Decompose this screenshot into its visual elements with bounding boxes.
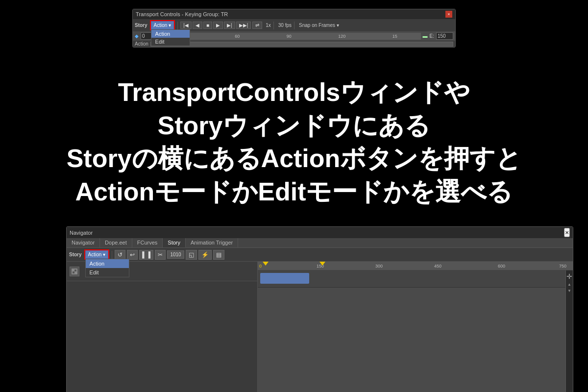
nav-action-label: Action [88,252,102,257]
nav-left-panel [67,262,258,392]
timeline-marker-start [263,262,269,266]
fast-forward-button[interactable]: ▶▶| [236,22,251,29]
transport-action-row-label: Action [135,41,148,47]
ruler-450: 450 [434,264,441,269]
transport-titlebar: Transport Controls - Keying Group: TR × [133,9,455,19]
separator3 [294,22,294,29]
timeline-marker-150 [319,262,325,266]
transport-action-dropdown-menu: Action Edit [151,29,190,46]
navigator-close-button[interactable]: × [564,228,570,237]
navigator-toolbar: Story Action ▾ Action Edit ↺ ↩ ▌▐ ✂ 1010… [67,248,573,262]
text-line4: ActionモードかEditモードかを選べる [0,175,588,209]
timeline-body-top [258,270,573,392]
nav-redo-btn[interactable]: ↩ [127,250,138,260]
nav-lightning-btn[interactable]: ⚡ [198,250,212,260]
timeline-ruler-top: 0 150 300 450 600 750 [258,262,573,270]
navigator-titlebar: Navigator × [67,227,573,238]
step-forward-button[interactable]: ▶| [224,22,235,29]
timeline-key-icon: ◆ [135,33,139,39]
ruler-300: 300 [375,264,383,269]
nav-action-dropdown-wrapper: Action ▾ Action Edit [84,249,110,260]
playback-controls: |◀ ◀ ■ ▶ ▶| ▶▶| [180,22,251,29]
track-grid-icon [72,269,77,274]
navigator-tabs: Navigator Dope.eet FCurves Story Animati… [67,238,573,248]
nav-cut-btn[interactable]: ✂ [155,250,166,260]
nav-scrollbar-v-top: ✛ ▲ ▼ [565,270,573,392]
ruler-mark-15: 15 [392,34,397,39]
end-frame-input[interactable] [436,32,453,40]
nav-dropdown-arrow-icon: ▾ [103,252,105,257]
transport-edit-option[interactable]: Edit [151,38,190,46]
crosshair-icon-top: ✛ [566,272,572,280]
separator [177,22,178,29]
text-line1: TransportControlsウィンドや [0,76,588,109]
action-block-top [260,273,309,284]
main-text-block: TransportControlsウィンドや Storyウィンドウにある Sto… [0,76,588,208]
transport-action-option[interactable]: Action [151,30,190,38]
tab-story[interactable]: Story [163,238,186,247]
ruler-start-marker: 0 [259,264,262,269]
nav-grid-btn[interactable]: 1010 [167,250,184,259]
scroll-up-icon[interactable]: ▲ [567,282,571,287]
text-line2: Storyウィンドウにある [0,109,588,143]
nav-action-dropdown-btn[interactable]: Action ▾ [85,250,109,259]
nav-action-option[interactable]: Action [86,259,129,268]
dropdown-arrow-icon: ▾ [169,23,171,28]
tab-fcurves[interactable]: FCurves [132,238,163,247]
nav-story-label: Story [69,252,82,257]
ruler-mark-120: 120 [338,34,345,39]
navigator-title: Navigator [70,230,93,236]
nav-edit-option[interactable]: Edit [86,268,129,277]
nav-sep1 [112,251,112,259]
playhead-icon: ▬ [423,33,428,39]
scroll-down-icon[interactable]: ▼ [567,289,571,293]
transport-action-dropdown-wrapper: Action ▾ Action Edit [150,20,175,30]
transport-close-button[interactable]: × [445,11,452,18]
transport-toolbar: Story Action ▾ Action Edit |◀ ◀ ■ ▶ ▶| ▶… [133,19,455,31]
nav-undo-btn[interactable]: ↺ [115,250,125,260]
nav-right-timeline: 0 150 300 450 600 750 ✛ ▲ ▼ [258,262,573,392]
navigator-window: Navigator × Navigator Dope.eet FCurves S… [66,226,573,392]
tab-navigator[interactable]: Navigator [67,238,100,247]
transport-controls-window: Transport Controls - Keying Group: TR × … [132,9,456,48]
ruler-mark-60: 60 [235,34,240,39]
snap-arrow-icon: ▾ [337,23,339,28]
nav-snap-btn[interactable]: ◱ [186,250,197,260]
nav-action-dropdown-menu: Action Edit [85,259,129,277]
fps-label: 30 fps [278,23,292,28]
timeline-track-row-top [258,270,573,288]
ruler-mark-90: 90 [287,34,292,39]
tab-dopesheet[interactable]: Dope.eet [100,238,132,247]
ruler-600: 600 [498,264,505,269]
separator2 [273,22,274,29]
play-button[interactable]: ▶ [213,22,223,29]
grid-cell4 [74,271,76,273]
track-icon [70,267,79,276]
ruler-750: 750 [559,264,566,269]
navigator-content: 0 150 300 450 600 750 ✛ ▲ ▼ [67,262,573,392]
tab-animation-trigger[interactable]: Animation Trigger [186,238,238,247]
snap-label: Snap on Frames [299,23,335,28]
multiplier-label: 1x [266,23,271,28]
nav-keyframe-btn[interactable]: ▌▐ [139,250,153,260]
nav-menu-btn[interactable]: ▤ [213,250,224,260]
timeline-ruler: 30 60 90 120 15 [160,33,421,40]
text-line3: Storyの横にあるActionボタンを押すと [0,142,588,175]
go-start-button[interactable]: |◀ [180,22,192,29]
end-label: E: [430,33,434,39]
story-label: Story [135,23,147,28]
transport-action-dropdown-btn[interactable]: Action ▾ [151,21,174,29]
transport-action-track [150,42,453,47]
step-back-button[interactable]: ◀ [193,22,202,29]
stop-button[interactable]: ■ [203,22,212,29]
transport-action-label: Action [154,23,168,28]
loop-button[interactable]: ⇌ [252,22,262,29]
transport-title: Transport Controls - Keying Group: TR [136,11,228,17]
